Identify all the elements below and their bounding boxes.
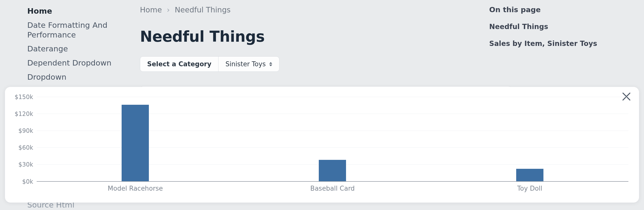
bar[interactable] xyxy=(319,160,346,181)
sidebar: Home Date Formatting And Performance Dat… xyxy=(27,6,129,82)
chevron-updown-icon xyxy=(269,62,272,66)
y-tick-label: $60k xyxy=(18,144,33,151)
onpage-link-sales-by-item[interactable]: Sales by Item, Sinister Toys xyxy=(489,39,623,48)
sidebar-item-date-formatting[interactable]: Date Formatting And Performance xyxy=(27,20,129,40)
bar-slot xyxy=(37,97,234,181)
sidebar-item-dependent-dropdown[interactable]: Dependent Dropdown xyxy=(27,58,129,68)
sidebar-item-home[interactable]: Home xyxy=(27,6,129,16)
bar-slot xyxy=(431,97,628,181)
breadcrumb-item-current: Needful Things xyxy=(175,6,230,14)
y-tick-label: $150k xyxy=(14,93,33,100)
page-title: Needful Things xyxy=(140,28,512,45)
y-tick-label: $30k xyxy=(18,161,33,168)
x-tick-label: Toy Doll xyxy=(431,185,628,192)
breadcrumb-item-home[interactable]: Home xyxy=(140,6,162,14)
sidebar-item-dropdown[interactable]: Dropdown xyxy=(27,72,129,82)
grid-line: $0k xyxy=(37,181,628,182)
main-content: Home › Needful Things Needful Things Sel… xyxy=(140,6,512,101)
y-tick-label: $0k xyxy=(22,178,33,185)
category-selector-value[interactable]: Sinister Toys xyxy=(218,57,279,71)
bar[interactable] xyxy=(516,169,544,181)
chart-overlay: $0k$30k$60k$90k$120k$150k Model Racehors… xyxy=(5,87,639,202)
on-this-page-heading: On this page xyxy=(489,6,623,14)
breadcrumb: Home › Needful Things xyxy=(140,6,512,14)
onpage-link-needful-things[interactable]: Needful Things xyxy=(489,23,623,31)
bar-slot xyxy=(234,97,431,181)
category-selector[interactable]: Select a Category Sinister Toys xyxy=(140,56,280,72)
category-selector-value-text: Sinister Toys xyxy=(226,60,266,68)
x-tick-label: Model Racehorse xyxy=(37,185,234,192)
sidebar-item-daterange[interactable]: Daterange xyxy=(27,44,129,54)
y-tick-label: $120k xyxy=(14,111,33,118)
on-this-page-nav: On this page Needful Things Sales by Ite… xyxy=(489,6,623,48)
category-selector-label: Select a Category xyxy=(140,57,218,71)
bar-chart: $0k$30k$60k$90k$120k$150k Model Racehors… xyxy=(12,91,632,197)
chevron-right-icon: › xyxy=(167,6,170,14)
x-tick-label: Baseball Card xyxy=(234,185,431,192)
bar[interactable] xyxy=(122,105,149,181)
y-tick-label: $90k xyxy=(18,127,33,134)
